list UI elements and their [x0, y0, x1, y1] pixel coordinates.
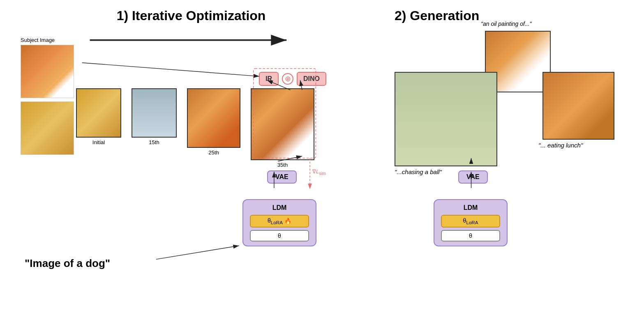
ldm-box-left: LDM θLoRA 🔥 θ: [242, 199, 316, 246]
iter-15th-label: 15th: [149, 139, 159, 145]
vae-label-left: VAE: [267, 170, 297, 184]
iter-initial: Initial: [76, 88, 121, 145]
subject-golden-image: [21, 101, 74, 155]
lora-box-right: θLoRA: [441, 215, 500, 228]
theta-box-right: θ: [441, 230, 500, 241]
subject-column: Subject Image: [21, 37, 74, 155]
iter-35th: 35th: [251, 88, 314, 168]
vae-label-right: VAE: [458, 170, 488, 184]
dino-box: DINO: [297, 72, 326, 86]
main-container: 1) Iterative Optimization Subject Image …: [0, 0, 644, 315]
iter-25th-image: [187, 88, 240, 148]
theta-box-left: θ: [250, 230, 309, 241]
ldm-outer-right: LDM θLoRA θ: [434, 199, 508, 246]
subject-corgi-image: [21, 45, 74, 98]
theta-left: θ: [278, 232, 281, 239]
ldm-title-right: LDM: [441, 204, 500, 212]
iter-35th-image: [251, 88, 314, 160]
theta-lora-left: θLoRA: [268, 217, 283, 225]
vae-box-left: VAE: [267, 170, 297, 184]
lora-box-left: θLoRA 🔥: [250, 215, 309, 228]
svg-line-3: [82, 63, 259, 76]
iter-initial-image: [76, 88, 121, 138]
eating-caption: "... eating lunch": [538, 142, 583, 149]
subject-label: Subject Image: [21, 37, 74, 43]
chasing-caption: "...chasing a ball": [395, 168, 442, 175]
ldm-box-right: LDM θLoRA θ: [434, 199, 508, 246]
metric-boxes: IR ⊕ DINO: [259, 72, 326, 86]
oil-painting-label: "an oil painting of...": [481, 21, 532, 27]
plus-circle: ⊕: [282, 73, 293, 85]
ldm-title-left: LDM: [250, 204, 309, 212]
left-title: 1) Iterative Optimization: [12, 8, 370, 23]
iteration-row: Initial 15th 25th 35th: [76, 88, 314, 168]
ir-box: IR: [259, 72, 279, 86]
theta-right: θ: [469, 232, 472, 239]
gen-eating-image: [542, 72, 614, 140]
vae-box-right: VAE: [458, 170, 488, 184]
theta-lora-right: θLoRA: [463, 217, 478, 225]
gen-chasing-image: [395, 72, 497, 166]
iter-35th-label: 35th: [277, 162, 288, 168]
flame-icon-left: 🔥: [284, 218, 291, 224]
right-section: 2) Generation "an oil painting of..." ".…: [386, 8, 644, 307]
ldm-outer-left: LDM θLoRA 🔥 θ: [242, 199, 316, 246]
prompt-text: "Image of a dog": [25, 257, 110, 270]
iter-15th-image: [132, 88, 177, 138]
iter-15th: 15th: [132, 88, 177, 145]
grad-label: ∇Lsim: [312, 168, 326, 176]
iter-25th-label: 25th: [208, 149, 219, 156]
left-section: 1) Iterative Optimization Subject Image …: [12, 8, 370, 307]
iter-25th: 25th: [187, 88, 240, 156]
iter-initial-label: Initial: [92, 139, 105, 145]
svg-line-10: [156, 246, 239, 259]
